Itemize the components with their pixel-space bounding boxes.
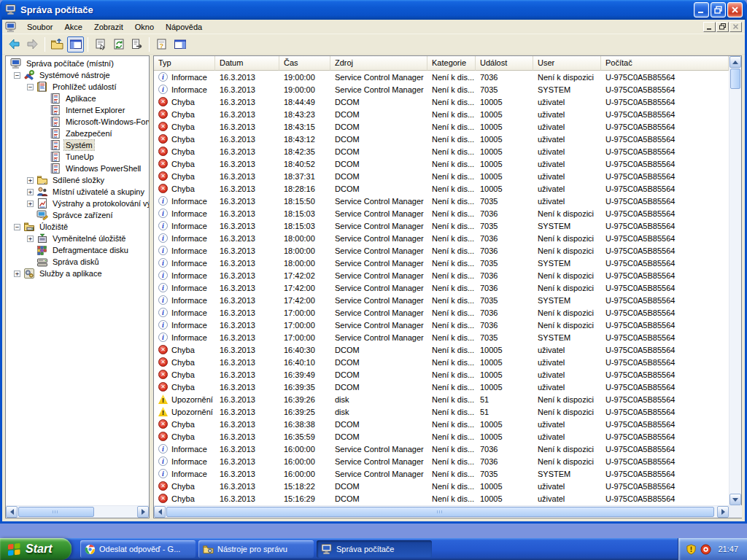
event-row[interactable]: iInformace16.3.201316:00:00Service Contr… xyxy=(154,467,729,480)
event-row[interactable]: ✕Chyba16.3.201318:43:15DCOMNení k dis...… xyxy=(154,120,729,133)
back-arrow-button[interactable] xyxy=(6,36,23,52)
scroll-track[interactable] xyxy=(166,506,717,518)
antivirus-icon[interactable] xyxy=(700,544,711,555)
tree-item-defragmentace-disku[interactable]: Defragmentace disku xyxy=(6,244,149,256)
expand-toggle[interactable]: + xyxy=(27,236,34,242)
column-header-pocitac[interactable]: Počítač xyxy=(601,56,729,71)
event-row[interactable]: iInformace16.3.201317:42:02Service Contr… xyxy=(154,269,729,281)
show-pane-button[interactable] xyxy=(171,36,188,52)
child-restore-button[interactable] xyxy=(716,22,729,32)
list-horizontal-scrollbar[interactable] xyxy=(154,505,729,518)
clock[interactable]: 21:47 xyxy=(718,545,738,553)
column-header-cas[interactable]: Čas xyxy=(279,56,330,71)
tree-item-prohlizec-udalosti[interactable]: −Prohlížeč událostí xyxy=(6,81,149,93)
scroll-left-button[interactable] xyxy=(154,506,166,518)
event-row[interactable]: ✕Chyba16.3.201318:42:35DCOMNení k dis...… xyxy=(154,145,729,158)
export-list-button[interactable] xyxy=(128,36,145,52)
tree-item-sprava-pocitace-mistni[interactable]: Správa počítače (místní) xyxy=(6,58,149,69)
event-row[interactable]: ✕Chyba16.3.201315:16:29DCOMNení k dis...… xyxy=(154,492,729,505)
scroll-thumb[interactable] xyxy=(730,69,740,89)
menu-soubor[interactable]: Soubor xyxy=(21,20,58,34)
event-row[interactable]: ✕Chyba16.3.201316:39:35DCOMNení k dis...… xyxy=(154,381,729,393)
column-header-zdroj[interactable]: Zdroj xyxy=(330,56,427,71)
expand-toggle[interactable]: + xyxy=(27,177,34,184)
event-row[interactable]: iInformace16.3.201317:42:00Service Contr… xyxy=(154,294,729,306)
event-row[interactable]: ✕Chyba16.3.201318:28:16DCOMNení k dis...… xyxy=(154,182,729,195)
event-row[interactable]: ✕Chyba16.3.201316:40:10DCOMNení k dis...… xyxy=(154,356,729,368)
expand-toggle[interactable]: + xyxy=(14,271,20,277)
tree-item-sprava-disku[interactable]: Správa disků xyxy=(6,256,149,268)
forward-arrow-button[interactable] xyxy=(24,36,41,52)
scroll-left-button[interactable] xyxy=(6,506,18,518)
event-row[interactable]: iInformace16.3.201317:42:00Service Contr… xyxy=(154,281,729,294)
collapse-toggle[interactable]: − xyxy=(27,84,34,90)
start-button[interactable]: Start xyxy=(0,538,71,560)
scroll-track[interactable] xyxy=(729,68,741,494)
event-row[interactable]: ✕Chyba16.3.201318:44:49DCOMNení k dis...… xyxy=(154,96,729,108)
menu-okno[interactable]: Okno xyxy=(129,20,160,34)
event-row[interactable]: ✕Chyba16.3.201315:18:22DCOMNení k dis...… xyxy=(154,480,729,492)
tree-item-zabezpeceni[interactable]: Zabezpečení xyxy=(6,128,149,139)
help-button[interactable]: ? xyxy=(153,36,170,52)
tree-item-aplikace[interactable]: Aplikace xyxy=(6,93,149,104)
restore-button[interactable] xyxy=(711,2,726,18)
tree-item-systemove-nastroje[interactable]: −Systémové nástroje xyxy=(6,69,149,81)
tree-item-sluzby-a-aplikace[interactable]: +Služby a aplikace xyxy=(6,268,149,279)
tree-item-spravce-zarizeni[interactable]: Správce zařízení xyxy=(6,209,149,221)
event-row[interactable]: iInformace16.3.201319:00:00Service Contr… xyxy=(154,71,729,83)
refresh-button[interactable] xyxy=(110,36,127,52)
list-vertical-scrollbar[interactable] xyxy=(729,56,741,518)
tree-item-internet-explorer[interactable]: Internet Explorer xyxy=(6,104,149,116)
column-header-datum[interactable]: Datum xyxy=(215,56,279,71)
taskbar-button-nastroje-pro-spravu[interactable]: Nástroje pro správu xyxy=(198,540,314,558)
tree-item-windows-powershell[interactable]: Windows PowerShell xyxy=(6,163,149,174)
event-row[interactable]: ✕Chyba16.3.201318:43:12DCOMNení k dis...… xyxy=(154,133,729,145)
taskbar-button-odeslat-odpoved-g[interactable]: Odeslat odpověď - G... xyxy=(80,540,196,558)
scroll-down-button[interactable] xyxy=(729,494,741,505)
scroll-right-button[interactable] xyxy=(137,506,149,518)
event-row[interactable]: ✕Chyba16.3.201316:40:30DCOMNení k dis...… xyxy=(154,343,729,356)
tree-item-tuneup[interactable]: TuneUp xyxy=(6,151,149,163)
event-row[interactable]: !Upozornění16.3.201316:39:26diskNení k d… xyxy=(154,393,729,405)
event-row[interactable]: ✕Chyba16.3.201318:40:52DCOMNení k dis...… xyxy=(154,158,729,170)
minimize-button[interactable] xyxy=(694,2,709,18)
event-row[interactable]: iInformace16.3.201319:00:00Service Contr… xyxy=(154,83,729,96)
event-row[interactable]: ✕Chyba16.3.201316:35:59DCOMNení k dis...… xyxy=(154,430,729,443)
event-row[interactable]: ✕Chyba16.3.201316:38:38DCOMNení k dis...… xyxy=(154,418,729,430)
scroll-track[interactable] xyxy=(18,506,137,518)
close-button[interactable] xyxy=(727,2,743,18)
event-row[interactable]: iInformace16.3.201318:15:03Service Contr… xyxy=(154,207,729,219)
tree-item-vymenitelne-uloziste[interactable]: +Vyměnitelné úložiště xyxy=(6,233,149,244)
scroll-up-button[interactable] xyxy=(729,56,741,68)
tree-item-system[interactable]: Systém xyxy=(6,139,149,151)
menu-zobrazit[interactable]: Zobrazit xyxy=(88,20,129,34)
menu-napoveda[interactable]: Nápověda xyxy=(160,20,208,34)
event-row[interactable]: iInformace16.3.201318:00:00Service Contr… xyxy=(154,244,729,257)
scroll-thumb[interactable] xyxy=(166,507,714,517)
tree-item-mistni-uzivatele-a-skupiny[interactable]: +Místní uživatelé a skupiny xyxy=(6,186,149,198)
collapse-toggle[interactable]: − xyxy=(14,224,20,230)
expand-toggle[interactable]: + xyxy=(27,189,34,195)
event-row[interactable]: iInformace16.3.201318:15:50Service Contr… xyxy=(154,195,729,207)
event-row[interactable]: iInformace16.3.201316:00:00Service Contr… xyxy=(154,455,729,467)
child-close-button[interactable] xyxy=(729,22,742,32)
scroll-thumb[interactable] xyxy=(18,507,94,517)
event-row[interactable]: ✕Chyba16.3.201318:37:31DCOMNení k dis...… xyxy=(154,170,729,182)
taskbar-button-sprava-pocitace[interactable]: Správa počítače xyxy=(317,540,432,558)
event-row[interactable]: iInformace16.3.201317:00:00Service Contr… xyxy=(154,306,729,319)
tree-item-uloziste[interactable]: −Úložiště xyxy=(6,221,149,233)
event-row[interactable]: !Upozornění16.3.201316:39:25diskNení k d… xyxy=(154,405,729,418)
tree-item-vystrahy-a-protokolovani-vy[interactable]: +Výstrahy a protokolování vý xyxy=(6,198,149,209)
tree-horizontal-scrollbar[interactable] xyxy=(6,505,149,518)
up-folder-button[interactable] xyxy=(49,36,66,52)
show-tree-button[interactable] xyxy=(67,36,84,52)
menu-akce[interactable]: Akce xyxy=(58,20,88,34)
collapse-toggle[interactable]: − xyxy=(14,72,20,79)
column-header-udalost[interactable]: Událost xyxy=(476,56,533,71)
event-row[interactable]: iInformace16.3.201316:00:00Service Contr… xyxy=(154,443,729,455)
expand-toggle[interactable]: + xyxy=(27,201,34,207)
scroll-right-button[interactable] xyxy=(717,506,729,518)
event-row[interactable]: iInformace16.3.201318:00:00Service Contr… xyxy=(154,232,729,244)
event-row[interactable]: iInformace16.3.201317:00:00Service Contr… xyxy=(154,319,729,331)
child-minimize-button[interactable] xyxy=(703,22,716,32)
